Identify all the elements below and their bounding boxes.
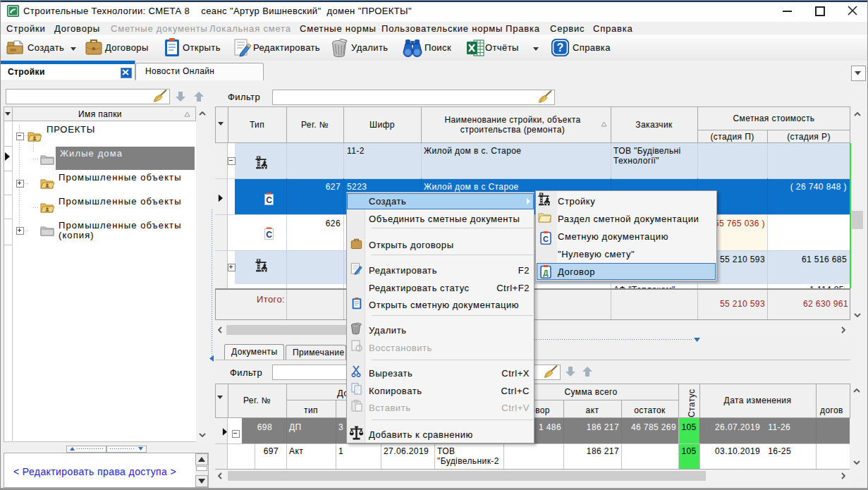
svg-text:C: C: [543, 235, 549, 243]
svg-text:Д: Д: [543, 269, 549, 277]
svg-text:?: ?: [557, 42, 564, 54]
svg-text:C: C: [266, 195, 272, 205]
svg-text:C: C: [266, 230, 272, 240]
